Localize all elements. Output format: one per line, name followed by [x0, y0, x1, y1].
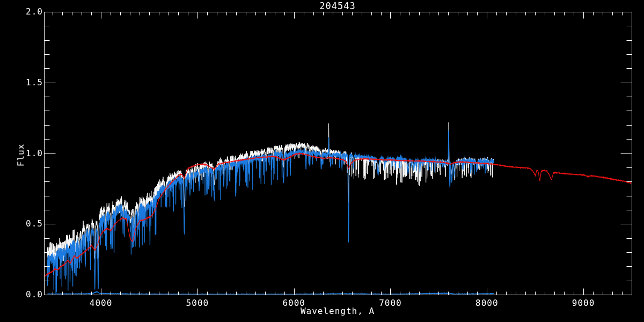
x-tick-label: 7000	[379, 299, 402, 308]
spectrum-canvas	[0, 0, 644, 322]
y-tick-label: 1.0	[18, 149, 43, 158]
x-tick-label: 8000	[475, 299, 499, 308]
x-tick-label: 6000	[282, 299, 305, 308]
plot-title: 204543	[319, 2, 355, 11]
x-tick-label: 4000	[90, 299, 113, 308]
x-axis-label: Wavelength, A	[301, 307, 375, 316]
x-tick-label: 5000	[186, 299, 209, 308]
y-tick-label: 0.5	[18, 219, 43, 228]
spectrum-plot: 204543 Wavelength, A Flux 40005000600070…	[0, 0, 644, 322]
y-tick-label: 1.5	[18, 78, 43, 87]
y-tick-label: 0.0	[18, 290, 43, 299]
x-tick-label: 9000	[572, 299, 595, 308]
y-tick-label: 2.0	[18, 8, 43, 16]
